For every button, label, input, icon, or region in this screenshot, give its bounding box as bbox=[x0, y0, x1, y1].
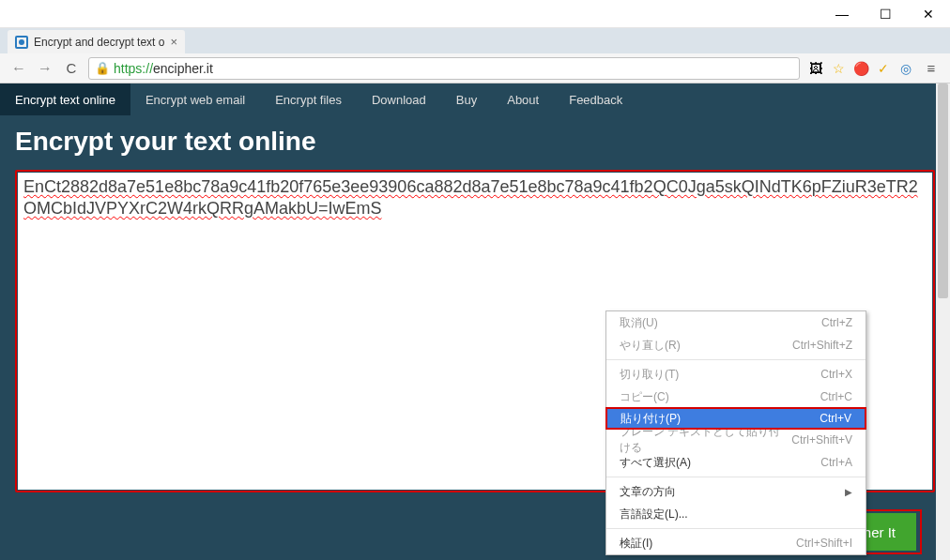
nav-encrypt-files[interactable]: Encrypt files bbox=[260, 83, 357, 115]
extension-icons: 🖼 ☆ 🔴 ✓ ◎ bbox=[807, 60, 914, 77]
ext-icon-check[interactable]: ✓ bbox=[875, 60, 892, 77]
url-host: encipher.it bbox=[153, 61, 213, 76]
page-body: Encrypt text online Encrypt web email En… bbox=[0, 83, 950, 560]
nav-buy[interactable]: Buy bbox=[441, 83, 492, 115]
lock-icon: 🔒 bbox=[95, 61, 110, 75]
ctx-undo[interactable]: 取消(U)Ctrl+Z bbox=[606, 311, 866, 334]
nav-encrypt-text[interactable]: Encrypt text online bbox=[0, 83, 130, 115]
reload-button[interactable]: C bbox=[62, 60, 81, 76]
ctx-paste-plain[interactable]: プレーン テキストとして貼り付けるCtrl+Shift+V bbox=[606, 429, 866, 451]
browser-tab[interactable]: Encrypt and decrypt text o × bbox=[8, 30, 185, 53]
ext-icon-star[interactable]: ☆ bbox=[830, 60, 847, 77]
ctx-sep bbox=[606, 477, 866, 477]
nav-encrypt-email[interactable]: Encrypt web email bbox=[130, 83, 260, 115]
nav-about[interactable]: About bbox=[492, 83, 554, 115]
window-minimize-button[interactable]: — bbox=[820, 0, 864, 28]
ctx-redo[interactable]: やり直し(R)Ctrl+Shift+Z bbox=[606, 334, 866, 356]
ctx-text-direction[interactable]: 文章の方向▶ bbox=[606, 480, 866, 503]
context-menu: 取消(U)Ctrl+Z やり直し(R)Ctrl+Shift+Z 切り取り(T)C… bbox=[605, 310, 866, 555]
window-maximize-button[interactable]: ☐ bbox=[864, 0, 907, 28]
ext-icon-image[interactable]: 🖼 bbox=[807, 60, 824, 77]
ext-icon-badge[interactable]: 🔴 bbox=[852, 60, 869, 77]
vertical-scrollbar[interactable] bbox=[936, 83, 950, 560]
address-bar[interactable]: 🔒 https://encipher.it bbox=[88, 57, 800, 80]
browser-tabstrip: Encrypt and decrypt text o × bbox=[0, 28, 950, 53]
ctx-sep bbox=[606, 528, 866, 529]
tab-title: Encrypt and decrypt text o bbox=[34, 36, 164, 49]
window-titlebar: — ☐ ✕ bbox=[0, 0, 950, 28]
ext-icon-circle[interactable]: ◎ bbox=[897, 60, 914, 77]
site-nav: Encrypt text online Encrypt web email En… bbox=[0, 83, 950, 115]
tab-close-icon[interactable]: × bbox=[170, 35, 177, 49]
url-protocol: https:// bbox=[114, 61, 153, 76]
window-close-button[interactable]: ✕ bbox=[907, 0, 950, 28]
ctx-cut[interactable]: 切り取り(T)Ctrl+X bbox=[606, 363, 866, 386]
ctx-paste[interactable]: 貼り付け(P)Ctrl+V bbox=[605, 407, 866, 430]
cipher-text-content: EnCt2882d8a7e51e8bc78a9c41fb20f765e3ee93… bbox=[23, 177, 918, 218]
nav-feedback[interactable]: Feedback bbox=[554, 83, 637, 115]
nav-download[interactable]: Download bbox=[357, 83, 441, 115]
ctx-inspect[interactable]: 検証(I)Ctrl+Shift+I bbox=[606, 532, 866, 554]
submenu-arrow-icon: ▶ bbox=[845, 487, 852, 497]
nav-forward-button[interactable]: → bbox=[36, 60, 54, 77]
chrome-menu-button[interactable]: ≡ bbox=[922, 60, 941, 76]
favicon-icon bbox=[15, 36, 28, 49]
ctx-sep bbox=[606, 359, 866, 360]
page-title: Encrypt your text online bbox=[15, 127, 935, 157]
ctx-language-settings[interactable]: 言語設定(L)... bbox=[606, 503, 866, 525]
nav-back-button[interactable]: ← bbox=[9, 60, 28, 77]
ctx-copy[interactable]: コピー(C)Ctrl+C bbox=[606, 386, 866, 408]
browser-toolbar: ← → C 🔒 https://encipher.it 🖼 ☆ 🔴 ✓ ◎ ≡ bbox=[0, 53, 950, 83]
